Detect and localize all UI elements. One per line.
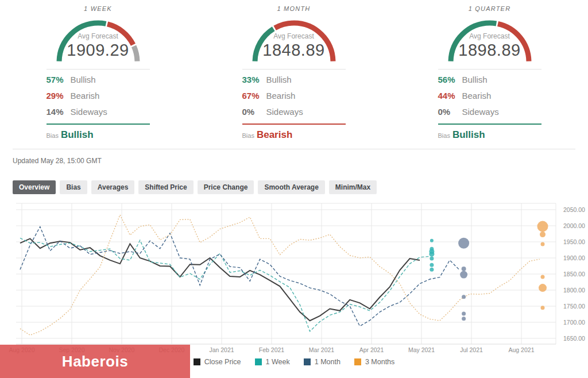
svg-text:1950.00: 1950.00 [563,238,585,245]
gauge-arc [248,14,340,64]
legend-1-month[interactable]: 1 Month [304,358,341,366]
sideways-pct: 14% [47,107,71,117]
tab-overview[interactable]: Overview [13,180,56,194]
bullish-label: Bullish [462,75,488,84]
card-title: 1 WEEK [0,5,196,12]
card-title: 1 QUARTER [392,5,587,12]
bearish-row: 67%Bearish [242,91,346,102]
bias-row: BiasBearish [242,129,346,141]
bullish-pct: 56% [438,75,462,84]
tab-smooth-average[interactable]: Smooth Average [258,180,324,194]
bullish-row: 57%Bullish [47,75,150,86]
sideways-label: Sideways [71,107,107,117]
forecast-chart: 2050.002000.001950.001900.001850.001800.… [0,199,588,366]
tab-price-change[interactable]: Price Change [198,180,254,194]
svg-text:1900.00: 1900.00 [563,254,585,261]
watermark-banner: Haberois [0,345,190,378]
bullish-pct: 33% [242,75,266,84]
gauge-1-month: Avg Forecast 1848.89 [248,14,340,64]
legend-1-week[interactable]: 1 Week [255,358,290,366]
svg-text:Jul 2021: Jul 2021 [460,346,483,353]
bias-label: Bias [47,132,59,139]
price-forecast-chart: 2050.002000.001950.001900.001850.001800.… [0,199,588,356]
tab-shifted-price[interactable]: Shifted Price [138,180,193,194]
sideways-row: 0%Sideways [242,107,346,118]
gauge-1-quarter: Avg Forecast 1898.89 [444,14,536,64]
bullish-row: 56%Bullish [438,75,541,86]
forecast-card-1-quarter: 1 QUARTER Avg Forecast 1898.89 56%Bullis… [392,2,587,141]
bias-underline [47,124,150,125]
legend-close-price[interactable]: Close Price [194,358,241,366]
legend-label: 3 Months [365,358,394,366]
sideways-pct: 0% [242,107,266,117]
legend-label: Close Price [204,358,241,366]
bias-label: Bias [438,132,450,139]
divider [438,69,541,70]
svg-text:May 2021: May 2021 [408,346,435,353]
bullish-label: Bullish [71,75,96,84]
bearish-pct: 29% [47,91,71,101]
bearish-label: Bearish [462,91,492,101]
bearish-row: 29%Bearish [47,91,150,102]
gauge-arc [52,14,144,64]
bias-underline [438,124,541,125]
bias-value: Bullish [61,129,94,140]
bias-value: Bearish [257,129,292,140]
sideways-row: 14%Sideways [47,107,150,118]
svg-text:Mar 2021: Mar 2021 [309,346,335,353]
legend-3-months[interactable]: 3 Months [354,358,394,366]
updated-timestamp: Updated May 28, 15:00 GMT [13,157,588,165]
three-months-swatch [354,358,361,365]
svg-text:Feb 2021: Feb 2021 [259,346,285,353]
bearish-label: Bearish [71,91,100,101]
bearish-row: 44%Bearish [438,91,541,102]
svg-text:Apr 2021: Apr 2021 [359,346,384,353]
bias-row: BiasBullish [438,129,541,141]
bullish-label: Bullish [266,75,292,84]
bearish-pct: 44% [438,91,462,101]
bias-label: Bias [242,132,254,139]
svg-text:2050.00: 2050.00 [563,206,585,213]
svg-text:1750.00: 1750.00 [563,303,585,310]
tab-averages[interactable]: Averages [91,180,135,194]
bearish-label: Bearish [266,91,296,101]
bearish-pct: 67% [242,91,266,101]
bias-value: Bullish [452,129,485,140]
svg-text:Aug 2021: Aug 2021 [509,346,535,353]
section-divider [13,149,575,149]
card-title: 1 MONTH [196,5,392,12]
svg-text:2000.00: 2000.00 [563,222,585,229]
sideways-row: 0%Sideways [438,107,541,118]
bias-underline [242,124,346,125]
gauge-1-week: Avg Forecast 1909.29 [52,14,144,64]
bullish-pct: 57% [47,75,71,84]
tab-bias[interactable]: Bias [60,180,87,194]
bias-row: BiasBullish [47,129,150,141]
svg-text:1700.00: 1700.00 [563,319,585,326]
gauge-arc [444,14,536,64]
forecast-cards: 1 WEEK Avg Forecast 1909.29 57%Bullish 2… [0,0,588,141]
forecast-card-1-month: 1 MONTH Avg Forecast 1848.89 33%Bullish … [196,2,392,141]
svg-text:1650.00: 1650.00 [563,335,585,342]
tab-minim-max[interactable]: Minim/Max [329,180,377,194]
legend-label: 1 Month [315,358,341,366]
chart-tabs: Overview Bias Averages Shifted Price Pri… [13,180,588,194]
svg-text:1800.00: 1800.00 [563,287,585,294]
sideways-label: Sideways [266,107,303,117]
bullish-row: 33%Bullish [242,75,346,86]
close-price-swatch [194,358,200,365]
sideways-label: Sideways [462,107,499,117]
watermark-text: Haberois [62,353,128,371]
divider [242,69,346,70]
one-month-swatch [304,358,311,365]
sideways-pct: 0% [438,107,462,117]
svg-text:Jan 2021: Jan 2021 [209,346,234,353]
forecast-card-1-week: 1 WEEK Avg Forecast 1909.29 57%Bullish 2… [0,2,196,141]
divider [47,69,150,70]
one-week-swatch [255,358,262,365]
svg-text:1850.00: 1850.00 [563,271,585,277]
legend-label: 1 Week [266,358,290,366]
